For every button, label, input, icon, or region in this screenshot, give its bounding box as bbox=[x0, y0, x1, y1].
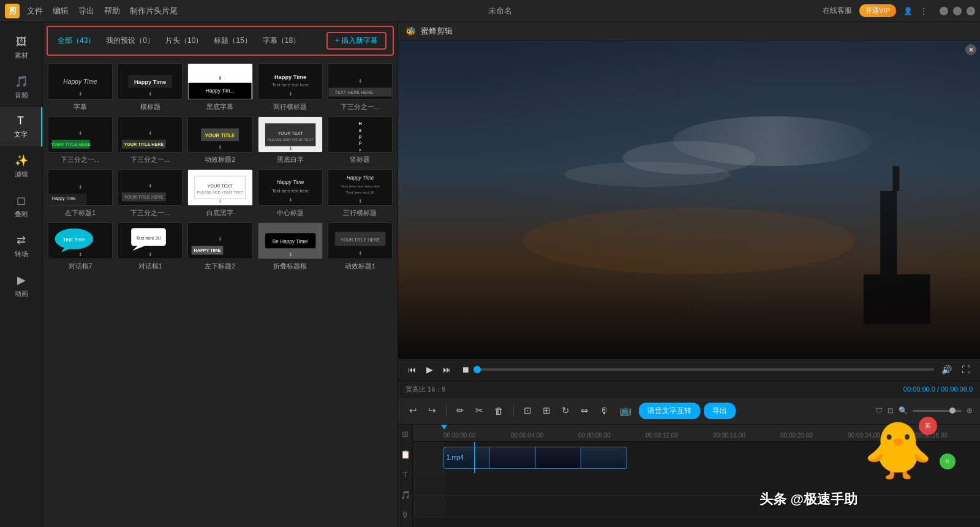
track-icon-t[interactable]: T bbox=[403, 470, 408, 479]
menu-export[interactable]: 导出 bbox=[78, 6, 94, 17]
aspect-ratio-label: 宽高比 16：9 bbox=[405, 385, 445, 394]
timeline: 00:00:00.00 00:00:04.00 00:00:08.00 00:0… bbox=[413, 425, 980, 527]
screen-button[interactable]: 📺 bbox=[616, 403, 635, 419]
template-zhediebiaoitikuang[interactable]: Be Happy Time! ⬇ 折叠标题框 bbox=[258, 222, 323, 271]
sidebar-label-animation: 动画 bbox=[15, 289, 28, 298]
template-label: 白底黑字 bbox=[187, 208, 252, 218]
template-heidiziwmu[interactable]: Happy Tim... ⬇ 黑底字幕 bbox=[187, 63, 252, 112]
template-shubiaoiti[interactable]: H a p p y 竖标题 bbox=[328, 116, 393, 165]
track-icon-2[interactable]: 📋 bbox=[401, 450, 410, 459]
close-button[interactable]: ✕ bbox=[967, 7, 975, 15]
tab-preset[interactable]: 我的预设（0） bbox=[102, 34, 158, 48]
track-icon-mic[interactable]: 🎙 bbox=[401, 510, 409, 520]
animation-icon: ▶ bbox=[17, 273, 26, 287]
sidebar-item-text[interactable]: T 文字 bbox=[0, 107, 42, 146]
svg-text:YOUR TEXT: YOUR TEXT bbox=[208, 183, 233, 189]
template-label: 三行横标题 bbox=[328, 208, 393, 218]
menu-edit[interactable]: 编辑 bbox=[53, 6, 69, 17]
undo-button[interactable]: ↩ bbox=[405, 403, 421, 419]
zoom-slider[interactable] bbox=[913, 410, 962, 412]
minimize-button[interactable]: ─ bbox=[940, 7, 948, 15]
tab-head[interactable]: 片头（10） bbox=[162, 34, 206, 48]
insert-caption-button[interactable]: + 插入新字幕 bbox=[326, 32, 386, 50]
menu-help[interactable]: 帮助 bbox=[104, 6, 120, 17]
more-icon[interactable]: ⋮ bbox=[920, 7, 927, 15]
sidebar-item-filter[interactable]: ✨ 滤镜 bbox=[0, 146, 42, 186]
svg-text:Happy Time: Happy Time bbox=[134, 79, 166, 85]
template-zuoxiabiaoiti2[interactable]: HAPPY TIME ⬇ 左下标题2 bbox=[187, 222, 252, 271]
redo-button[interactable]: ↪ bbox=[424, 403, 440, 419]
audio-button[interactable]: 🎙 bbox=[596, 403, 612, 419]
sidebar-item-material[interactable]: 🖼 素材 bbox=[0, 28, 42, 67]
video-preview bbox=[398, 40, 980, 358]
svg-text:PLEASE ADD YOUR TEXT: PLEASE ADD YOUR TEXT bbox=[267, 137, 313, 142]
bottom-scrollbar[interactable] bbox=[413, 518, 980, 527]
svg-text:⬇: ⬇ bbox=[78, 184, 83, 190]
speech-convert-button[interactable]: 语音文字互转 bbox=[639, 403, 700, 419]
template-hengbiaoiti[interactable]: Happy Time ⬇ 横标题 bbox=[118, 63, 183, 112]
template-heidibiaizi[interactable]: YOUR TEXT PLEASE ADD YOUR TEXT ⬇ 黑底白字 bbox=[258, 116, 323, 165]
template-xiasanfenzhi4[interactable]: YOUR TITLE HERE ⬇ 下三分之一... bbox=[118, 169, 183, 218]
flip-button[interactable]: ⇔ bbox=[577, 403, 592, 419]
rotate-button[interactable]: ↻ bbox=[558, 403, 573, 419]
sidebar-item-audio[interactable]: 🎵 音频 bbox=[0, 67, 42, 107]
online-service[interactable]: 在线客服 bbox=[823, 6, 852, 16]
track-icon-music[interactable]: 🎵 bbox=[401, 490, 410, 499]
template-zimu[interactable]: Happy Time ⬇ 字幕 bbox=[48, 63, 113, 112]
svg-text:⬇: ⬇ bbox=[288, 145, 292, 151]
bottom-area: ⊞ 📋 T 🎵 🎙 00:00:00.00 00:00:04.00 00:00:… bbox=[398, 425, 980, 527]
menu-intro[interactable]: 制作片头片尾 bbox=[130, 6, 178, 17]
template-label: 下三分之一... bbox=[48, 155, 113, 164]
crop-button[interactable]: ⊡ bbox=[520, 403, 535, 419]
sidebar-item-sticker[interactable]: ◻ 叠附 bbox=[0, 186, 42, 226]
titlebar: 剪 文件 编辑 导出 帮助 制作片头片尾 未命名 在线客服 开通VIP 👤 ⋮ … bbox=[0, 0, 980, 22]
svg-text:Text here text here: Text here text here bbox=[272, 189, 309, 194]
template-label: 对话框7 bbox=[48, 262, 113, 271]
template-baidiheizi[interactable]: YOUR TEXT PLEASE ADD YOUR TEXT ⬇ 白底黑字 bbox=[187, 169, 252, 218]
sidebar-item-transition[interactable]: ⇄ 转场 bbox=[0, 226, 42, 266]
split-button[interactable]: ⊞ bbox=[539, 403, 554, 419]
template-dongxiaobiaoiti1[interactable]: YOUR TITLE HERE ⬇ 动效标题1 bbox=[328, 222, 393, 271]
template-label: 左下标题1 bbox=[48, 208, 113, 218]
sidebar-item-animation[interactable]: ▶ 动画 bbox=[0, 266, 42, 306]
maximize-button[interactable]: □ bbox=[953, 7, 962, 15]
template-xiasanfenzhi1[interactable]: TEXT HERE HERE ⬇ 下三分之一... bbox=[328, 63, 393, 112]
time-marker-28: 00:00:28.00 bbox=[915, 432, 948, 439]
audio-icon: 🎵 bbox=[15, 75, 28, 88]
template-zhongxinbiaoiti[interactable]: Happy Time Text here text here ⬇ 中心标题 bbox=[258, 169, 323, 218]
fast-forward-button[interactable]: ⏭ bbox=[440, 363, 454, 376]
template-sanhanghenbiaoiti[interactable]: Happy Time Text here text here text Text… bbox=[328, 169, 393, 218]
bee-logo-icon: 🐝 bbox=[405, 26, 416, 36]
template-duihuakuang7[interactable]: Text here ⬇ 对话框7 bbox=[48, 222, 113, 271]
vip-button[interactable]: 开通VIP bbox=[859, 4, 896, 17]
window-controls: ─ □ ✕ bbox=[940, 7, 975, 15]
tab-caption[interactable]: 字幕（18） bbox=[259, 34, 304, 48]
preview-overlay bbox=[398, 40, 980, 358]
delete-button[interactable]: 🗑 bbox=[491, 403, 507, 419]
menu-file[interactable]: 文件 bbox=[27, 6, 43, 17]
template-dongxiaobiaoiti2[interactable]: YOUR TITLE ⬇ 动效标题2 bbox=[187, 116, 252, 165]
template-duihuakuang1[interactable]: Text here Jill ⬇ 对话框1 bbox=[118, 222, 183, 271]
template-xiasanfenzhi2[interactable]: YOUR TITLE HERE ⬇ 下三分之一... bbox=[48, 116, 113, 165]
user-icon[interactable]: 👤 bbox=[903, 7, 913, 15]
rewind-button[interactable]: ⏮ bbox=[405, 363, 419, 376]
template-xiasanfenzhi3[interactable]: YOUR TITLE HERE ⬇ 下三分之一... bbox=[118, 116, 183, 165]
template-zuoxiabiaoiti1[interactable]: Happy Time ⬇ 左下标题1 bbox=[48, 169, 113, 218]
fullscreen-button[interactable]: ⛶ bbox=[959, 363, 973, 376]
preview-close-icon[interactable]: ✕ bbox=[965, 44, 976, 55]
edit-button[interactable]: ✏ bbox=[453, 403, 468, 419]
video-clip[interactable]: 1.mp4 bbox=[443, 447, 627, 469]
stop-button[interactable]: ⏹ bbox=[459, 363, 472, 376]
export-button[interactable]: 导出 bbox=[704, 403, 736, 419]
tab-all[interactable]: 全部（43） bbox=[54, 34, 99, 48]
template-lianghanghengbiaoiti[interactable]: Happy Time Text here text here ⬇ 两行横标题 bbox=[258, 63, 323, 112]
play-button[interactable]: ▶ bbox=[424, 363, 435, 376]
svg-text:Happy Time: Happy Time bbox=[52, 196, 75, 202]
volume-icon[interactable]: 🔊 bbox=[939, 363, 954, 376]
cut-button[interactable]: ✂ bbox=[472, 403, 487, 419]
playhead bbox=[474, 442, 475, 473]
track-icon-1[interactable]: ⊞ bbox=[402, 430, 409, 439]
tab-title[interactable]: 标题（15） bbox=[210, 34, 255, 48]
sidebar-label-material: 素材 bbox=[15, 51, 28, 60]
progress-bar[interactable] bbox=[477, 368, 934, 371]
